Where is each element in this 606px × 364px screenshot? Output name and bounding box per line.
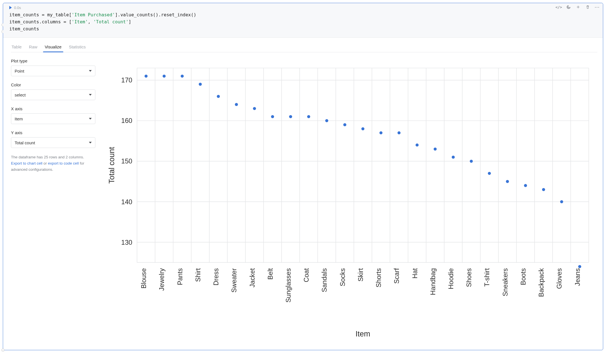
svg-point-86 (524, 184, 527, 187)
run-cell-button[interactable] (9, 6, 12, 9)
svg-text:Hat: Hat (411, 268, 419, 278)
plot-controls: Plot type Point Color select X axis (11, 59, 95, 172)
svg-text:Total count: Total count (107, 147, 116, 184)
svg-point-66 (163, 75, 166, 78)
plot-type-label: Plot type (11, 59, 95, 63)
svg-text:Shirt: Shirt (194, 268, 202, 282)
svg-point-68 (199, 83, 202, 86)
export-chart-link[interactable]: Export to chart cell (11, 161, 42, 165)
dataframe-shape-text: The dataframe has 25 rows and 2 columns. (11, 155, 84, 159)
plot-type-value: Point (15, 69, 24, 73)
svg-point-73 (289, 115, 292, 118)
svg-point-82 (452, 156, 455, 159)
svg-text:Shoes: Shoes (465, 268, 473, 287)
x-axis-value: Item (15, 116, 23, 121)
svg-point-69 (217, 95, 220, 98)
svg-text:Jacket: Jacket (249, 268, 256, 287)
tab-visualize[interactable]: Visualize (44, 43, 62, 52)
svg-point-72 (271, 115, 274, 118)
svg-point-70 (235, 103, 238, 106)
svg-point-71 (253, 107, 256, 110)
svg-point-76 (343, 123, 346, 126)
color-select[interactable]: select (11, 89, 95, 100)
y-axis-label: Y axis (11, 130, 95, 135)
chevron-down-icon (89, 142, 92, 143)
svg-text:170: 170 (121, 77, 132, 84)
svg-point-87 (542, 188, 545, 191)
svg-text:Hoodie: Hoodie (447, 268, 455, 289)
x-axis-label: X axis (11, 106, 95, 111)
svg-point-74 (307, 115, 310, 118)
svg-point-67 (181, 75, 184, 78)
svg-text:Belt: Belt (267, 268, 274, 280)
ai-assist-button[interactable] (566, 4, 571, 10)
add-cell-button[interactable] (575, 4, 581, 10)
fold-gutter-icon[interactable] (1, 349, 5, 352)
svg-text:130: 130 (121, 239, 132, 246)
svg-text:Shorts: Shorts (375, 268, 382, 287)
svg-text:Sweater: Sweater (230, 268, 238, 293)
svg-point-80 (416, 143, 419, 147)
code-editor[interactable]: item_counts = my_table['Item Purchased']… (9, 12, 599, 32)
svg-text:Sandals: Sandals (321, 268, 328, 292)
svg-text:160: 160 (121, 117, 132, 125)
more-actions-button[interactable]: ⋯ (594, 4, 600, 10)
svg-text:Jewelry: Jewelry (158, 268, 165, 291)
code-brackets-icon: </> (555, 5, 562, 9)
svg-text:150: 150 (121, 158, 132, 165)
svg-text:Sunglasses: Sunglasses (285, 268, 292, 303)
svg-text:Socks: Socks (339, 268, 346, 286)
tab-table[interactable]: Table (11, 43, 22, 52)
point-chart: 130140150160170BlouseJewelryPantsShirtDr… (104, 59, 597, 343)
svg-point-78 (380, 131, 383, 134)
svg-point-84 (488, 172, 491, 175)
cell-type-dropdown[interactable]: </> (556, 4, 562, 10)
color-label: Color (11, 82, 95, 87)
svg-text:Sneakers: Sneakers (502, 268, 509, 296)
svg-text:Dress: Dress (212, 268, 220, 286)
output-tabs: TableRawVisualizeStatistics (11, 43, 597, 52)
chevron-down-icon (89, 94, 92, 96)
export-code-link[interactable]: export to code cell (48, 161, 79, 165)
svg-text:T-shirt: T-shirt (483, 268, 491, 287)
x-axis-select[interactable]: Item (11, 113, 95, 124)
y-axis-select[interactable]: Total count (11, 137, 95, 148)
svg-text:Backpack: Backpack (538, 268, 545, 297)
cell-input-area: </> ⋯ 0.0s item_counts = my_table['Item … (3, 3, 603, 38)
cell-output-area: TableRawVisualizeStatistics Plot type Po… (3, 38, 603, 350)
execution-time: 0.0s (14, 6, 21, 10)
svg-point-77 (361, 127, 364, 131)
svg-text:Scarf: Scarf (393, 268, 400, 284)
svg-point-75 (325, 119, 328, 122)
svg-text:Skirt: Skirt (357, 268, 364, 282)
svg-text:Blouse: Blouse (140, 268, 147, 289)
color-value: select (15, 93, 26, 97)
tab-raw[interactable]: Raw (28, 43, 38, 52)
svg-text:Coat: Coat (303, 268, 310, 282)
svg-point-81 (434, 148, 437, 151)
svg-text:Pants: Pants (176, 268, 184, 285)
chevron-down-icon (89, 70, 92, 72)
delete-cell-button[interactable] (585, 4, 591, 10)
tab-statistics[interactable]: Statistics (68, 43, 86, 52)
visualize-panel: Plot type Point Color select X axis (11, 59, 597, 343)
svg-text:Item: Item (356, 330, 370, 338)
cell-toolbar: </> ⋯ (556, 4, 600, 10)
svg-point-65 (145, 75, 148, 78)
svg-text:Gloves: Gloves (556, 268, 563, 289)
svg-text:Handbag: Handbag (429, 268, 437, 295)
dataframe-note: The dataframe has 25 rows and 2 columns.… (11, 154, 95, 172)
svg-text:140: 140 (121, 198, 132, 206)
svg-point-83 (470, 160, 473, 163)
svg-text:Boots: Boots (520, 268, 527, 285)
y-axis-value: Total count (15, 140, 35, 145)
run-status-row: 0.0s (9, 5, 599, 10)
plot-type-select[interactable]: Point (11, 66, 95, 76)
svg-point-79 (398, 131, 401, 134)
notebook-cell: </> ⋯ 0.0s item_counts = my_table['Item … (3, 3, 603, 350)
svg-point-88 (560, 200, 563, 203)
svg-point-85 (506, 180, 509, 183)
svg-text:Jeans: Jeans (574, 268, 581, 286)
chart-area: 130140150160170BlouseJewelryPantsShirtDr… (104, 59, 597, 343)
chevron-down-icon (89, 118, 92, 120)
